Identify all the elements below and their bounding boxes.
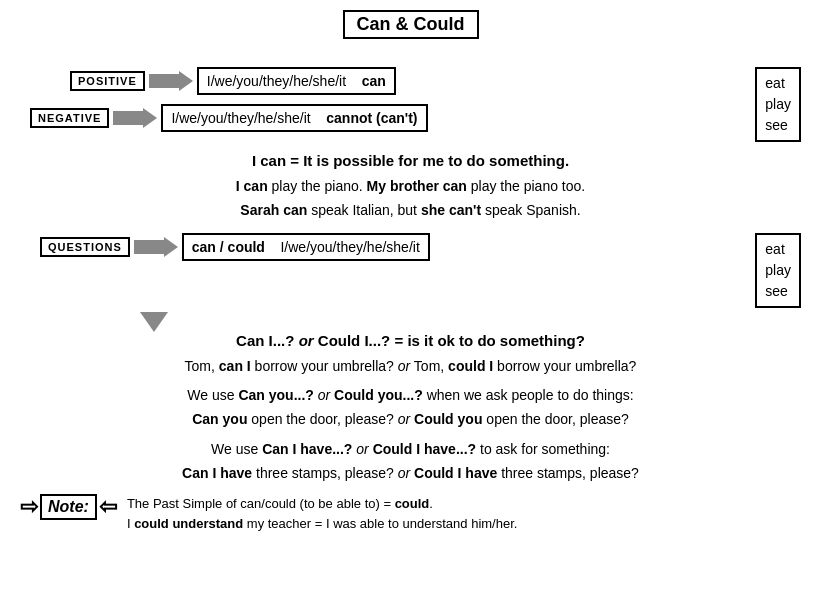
negative-row: NEGATIVE I/we/you/they/he/she/it cannot …	[30, 104, 755, 132]
side-list-item: see	[765, 281, 791, 302]
side-list-1: eat play see	[755, 67, 801, 142]
examples-1: I can play the piano. My brother can pla…	[20, 175, 801, 223]
positive-arrow	[149, 71, 193, 91]
positive-label: POSITIVE	[70, 71, 145, 91]
note-text: The Past Simple of can/could (to be able…	[127, 494, 518, 536]
side-list-item: eat	[765, 239, 791, 260]
note-label: ⇨ Note: ⇦	[20, 494, 117, 520]
side-list-item: eat	[765, 73, 791, 94]
questions-arrow	[134, 237, 178, 257]
meaning-text-1: I can = It is possible for me to do some…	[20, 152, 801, 169]
side-list-item: see	[765, 115, 791, 136]
questions-row: QUESTIONS can / could I/we/you/they/he/s…	[40, 233, 755, 261]
positive-row: POSITIVE I/we/you/they/he/she/it can	[30, 67, 755, 95]
down-arrow	[140, 312, 801, 332]
questions-label: QUESTIONS	[40, 237, 130, 257]
note-section: ⇨ Note: ⇦ The Past Simple of can/could (…	[20, 494, 801, 536]
note-badge: Note:	[40, 494, 97, 520]
side-list-item: play	[765, 260, 791, 281]
negative-arrow	[113, 108, 157, 128]
questions-formula: can / could I/we/you/they/he/she/it	[182, 233, 430, 261]
side-list-item: play	[765, 94, 791, 115]
q-examples: Tom, can I borrow your umbrella? or Tom,…	[20, 355, 801, 486]
page-title: Can & Could	[343, 10, 479, 39]
negative-formula: I/we/you/they/he/she/it cannot (can't)	[161, 104, 427, 132]
positive-formula: I/we/you/they/he/she/it can	[197, 67, 396, 95]
q-meaning: Can I...? or Could I...? = is it ok to d…	[20, 332, 801, 349]
side-list-2: eat play see	[755, 233, 801, 308]
negative-label: NEGATIVE	[30, 108, 109, 128]
